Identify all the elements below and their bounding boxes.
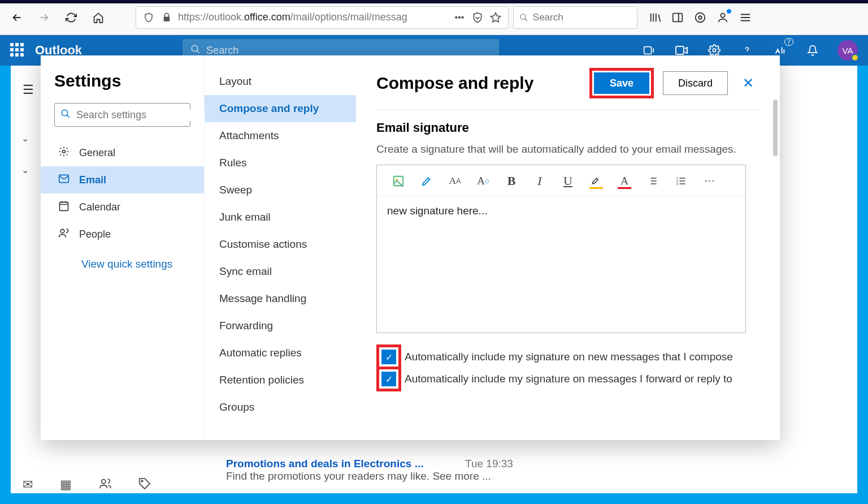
checkbox-row-new: ✓ Automatically include my signature on … xyxy=(376,344,760,369)
settings-search[interactable] xyxy=(54,103,190,127)
browser-search-input[interactable] xyxy=(533,12,631,23)
hamburger-icon[interactable] xyxy=(738,10,753,25)
signature-textarea[interactable]: new signature here... xyxy=(377,197,745,333)
search-icon xyxy=(60,109,71,121)
subnav-item[interactable]: Groups xyxy=(205,394,356,421)
avatar[interactable]: VA✓ xyxy=(837,40,858,61)
svg-rect-1 xyxy=(673,13,683,21)
subnav-item[interactable]: Layout xyxy=(205,68,356,95)
subnav-item[interactable]: Junk email xyxy=(205,204,356,231)
chevron-down-icon[interactable]: ⌄ xyxy=(11,158,39,181)
checkbox-forward-reply[interactable]: ✓ xyxy=(381,372,396,386)
svg-point-10 xyxy=(141,480,143,482)
tabs-strip xyxy=(0,0,868,3)
font-size-icon[interactable]: A◇ xyxy=(475,173,491,189)
category-email[interactable]: Email xyxy=(41,166,204,193)
svg-point-0 xyxy=(520,14,526,19)
close-icon[interactable]: ✕ xyxy=(737,75,760,91)
outlook-search-placeholder: Search xyxy=(206,45,238,57)
home-button[interactable] xyxy=(87,6,110,29)
subnav-item[interactable]: Compose and reply xyxy=(205,95,356,122)
underline-icon[interactable]: U xyxy=(560,173,576,189)
more-options-icon[interactable]: ⋯ xyxy=(701,173,717,189)
pocket-icon[interactable] xyxy=(471,12,484,23)
font-icon[interactable]: AA xyxy=(447,173,463,189)
calendar-icon[interactable]: ▦ xyxy=(60,477,72,493)
shield-icon xyxy=(142,12,155,23)
reload-button[interactable] xyxy=(60,6,83,29)
account-icon[interactable] xyxy=(715,10,730,25)
svg-point-5 xyxy=(192,45,198,51)
bold-icon[interactable]: B xyxy=(504,173,519,189)
forward-button[interactable] xyxy=(33,6,55,29)
svg-rect-6 xyxy=(644,47,652,54)
save-button[interactable]: Save xyxy=(594,72,649,94)
svg-point-12 xyxy=(63,150,66,153)
library-icon[interactable] xyxy=(648,10,662,25)
preview-title: Promotions and deals in Electronics ... xyxy=(226,458,423,469)
signature-checkboxes: ✓ Automatically include my signature on … xyxy=(376,344,760,391)
svg-point-2 xyxy=(696,12,705,22)
category-people[interactable]: People xyxy=(41,221,204,248)
app-launcher-icon[interactable] xyxy=(10,43,25,58)
subnav-item[interactable]: Message handling xyxy=(205,285,356,312)
insert-image-icon[interactable] xyxy=(390,173,406,189)
checkbox-new-label: Automatically include my signature on ne… xyxy=(405,351,733,363)
bullet-list-icon[interactable] xyxy=(645,173,661,189)
calendar-icon xyxy=(58,200,70,214)
highlight-color-icon[interactable] xyxy=(588,173,604,189)
subnav-item[interactable]: Attachments xyxy=(205,122,356,149)
editor-toolbar: AA A◇ B I U A 123 ⋯ xyxy=(377,165,745,197)
subnav-item[interactable]: Forwarding xyxy=(205,312,356,339)
checkbox-new-messages[interactable]: ✓ xyxy=(381,350,396,364)
subnav-item[interactable]: Rules xyxy=(205,149,356,176)
mail-icon xyxy=(58,173,70,187)
svg-rect-16 xyxy=(394,176,403,186)
chevron-down-icon[interactable]: ⌄ xyxy=(11,127,39,149)
browser-search[interactable] xyxy=(513,6,637,29)
media-icon[interactable] xyxy=(693,10,708,25)
settings-categories-column: Settings General Email Calendar People V… xyxy=(41,55,205,440)
view-quick-settings-link[interactable]: View quick settings xyxy=(81,258,190,270)
font-color-icon[interactable]: A xyxy=(617,173,632,189)
subnav-item[interactable]: Sync email xyxy=(205,258,356,285)
people-icon[interactable] xyxy=(99,477,111,493)
numbered-list-icon[interactable]: 123 xyxy=(673,173,689,189)
detail-title: Compose and reply xyxy=(376,74,580,93)
divider xyxy=(376,110,760,110)
italic-icon[interactable]: I xyxy=(532,173,548,189)
category-calendar[interactable]: Calendar xyxy=(41,193,204,221)
checkbox-reply-label: Automatically include my signature on me… xyxy=(405,373,732,385)
settings-detail-column: Compose and reply Save Discard ✕ Email s… xyxy=(356,55,780,440)
address-bar[interactable]: https://outlook.office.com/mail/options/… xyxy=(136,6,509,29)
settings-title: Settings xyxy=(54,71,190,91)
subnav-item[interactable]: Automatic replies xyxy=(205,339,356,367)
signature-editor: AA A◇ B I U A 123 ⋯ new signature here..… xyxy=(376,165,746,333)
lock-icon xyxy=(160,12,173,23)
hamburger-icon[interactable]: ☰ xyxy=(14,76,42,104)
people-icon xyxy=(58,227,70,242)
gear-icon xyxy=(58,146,70,160)
subnav-item[interactable]: Sweep xyxy=(205,176,356,204)
svg-rect-14 xyxy=(60,202,68,210)
category-general[interactable]: General xyxy=(41,139,204,166)
subnav-item[interactable]: Retention policies xyxy=(205,367,356,394)
highlight-icon[interactable] xyxy=(419,173,435,189)
mail-icon[interactable]: ✉ xyxy=(23,477,33,493)
settings-subnav-column: LayoutCompose and replyAttachmentsRulesS… xyxy=(205,55,356,440)
subnav-item[interactable]: Customise actions xyxy=(205,231,356,258)
url-text: https://outlook.office.com/mail/options/… xyxy=(178,11,448,23)
notifications-icon[interactable] xyxy=(805,42,821,58)
back-button[interactable] xyxy=(6,6,28,29)
more-icon[interactable]: ••• xyxy=(453,12,466,23)
discard-button[interactable]: Discard xyxy=(663,71,728,95)
email-signature-heading: Email signature xyxy=(376,120,760,135)
sidebar-icon[interactable] xyxy=(670,10,685,25)
module-switcher: ✉ ▦ xyxy=(23,477,151,493)
checkbox-highlight: ✓ xyxy=(376,344,401,369)
settings-search-input[interactable] xyxy=(76,109,207,121)
tag-icon[interactable] xyxy=(138,477,151,493)
svg-rect-7 xyxy=(676,46,684,54)
scrollbar-thumb[interactable] xyxy=(773,100,778,156)
bookmark-star-icon[interactable] xyxy=(489,12,502,23)
